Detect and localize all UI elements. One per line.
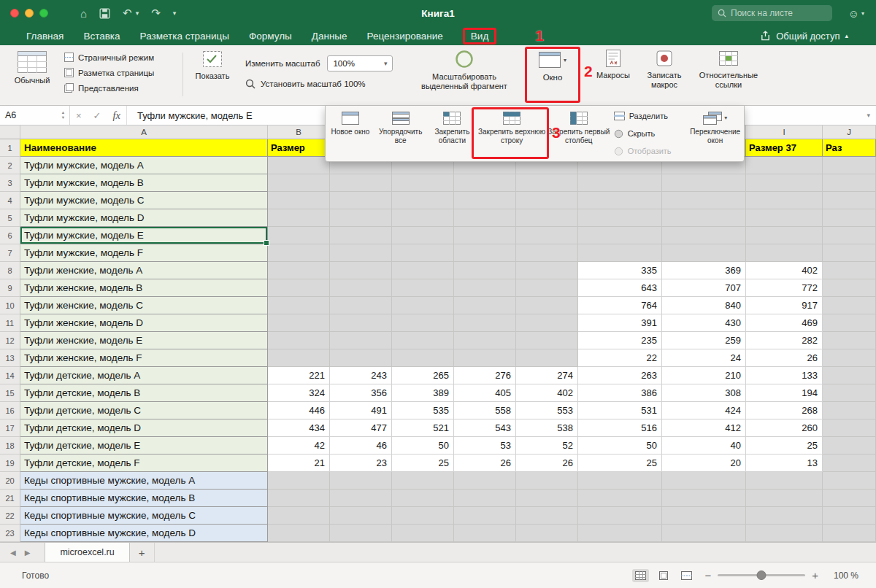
feedback-smiley-icon[interactable]: ☺ [848,7,859,20]
row-header-7[interactable]: 7 [0,244,20,262]
cell[interactable] [330,349,392,367]
cell[interactable] [823,192,876,209]
cell[interactable] [662,209,746,227]
toolbar-customize-icon[interactable]: ▾ [173,9,177,17]
cell[interactable] [823,384,876,402]
undo-dropdown-icon[interactable]: ▾ [136,9,139,17]
cell[interactable]: 405 [454,384,516,402]
cell[interactable] [823,314,876,332]
name-box[interactable]: A6 ▴▾ [0,106,70,125]
cell[interactable] [578,192,662,209]
cell[interactable]: 221 [268,367,330,384]
cell[interactable] [454,507,516,525]
cell[interactable] [268,157,330,174]
cell[interactable] [516,192,578,209]
row-header-11[interactable]: 11 [0,314,20,332]
cell[interactable] [392,525,454,542]
cell[interactable] [392,297,454,314]
cell[interactable]: 469 [746,314,823,332]
row-header-6[interactable]: 6 [0,227,20,244]
cell[interactable] [746,507,823,525]
cell[interactable] [268,525,330,542]
cell[interactable] [578,525,662,542]
cell-label[interactable]: Туфли мужские, модель A [20,157,268,174]
row-header-14[interactable]: 14 [0,367,20,384]
cell[interactable] [330,279,392,297]
column-header-J[interactable]: J [823,125,876,139]
cell[interactable] [578,490,662,507]
cell[interactable]: 53 [454,437,516,454]
cell-label[interactable]: Наименование [20,139,268,157]
row-header-13[interactable]: 13 [0,349,20,367]
cell[interactable] [823,419,876,437]
column-header-A[interactable]: A [20,125,268,139]
select-all-corner[interactable] [0,125,20,139]
cell-label[interactable]: Туфли детские, модель D [20,419,268,437]
cell[interactable] [516,349,578,367]
sheet-tab-next-icon[interactable]: ▶ [20,549,35,557]
cell[interactable]: 643 [578,279,662,297]
cell[interactable] [516,507,578,525]
redo-icon[interactable]: ↷ [151,7,161,20]
cell[interactable]: 430 [662,314,746,332]
cell[interactable]: 40 [662,437,746,454]
zoom-out-button[interactable]: − [704,570,711,581]
cell[interactable] [746,227,823,244]
cell[interactable] [330,262,392,279]
cell[interactable] [268,472,330,490]
cancel-icon[interactable]: × [76,110,82,121]
record-macro-button[interactable]: Записать макрос [641,50,688,89]
cell[interactable]: 210 [662,367,746,384]
cell[interactable] [823,262,876,279]
feedback-dropdown-icon[interactable]: ▾ [861,10,864,17]
normal-view-button[interactable]: Обычный [9,51,55,85]
cell[interactable]: 543 [454,419,516,437]
cell[interactable] [823,490,876,507]
cell[interactable] [516,227,578,244]
cell[interactable]: 917 [746,297,823,314]
cell[interactable] [823,367,876,384]
cell[interactable] [268,349,330,367]
cell[interactable]: 263 [578,367,662,384]
cell[interactable] [516,314,578,332]
cell[interactable]: 840 [662,297,746,314]
cell[interactable] [392,332,454,349]
cell[interactable]: 538 [516,419,578,437]
cell[interactable] [662,192,746,209]
cell[interactable]: 412 [662,419,746,437]
cell[interactable] [454,227,516,244]
custom-views-button[interactable]: Представления [64,83,154,93]
cell[interactable]: Размер 37 [746,139,823,157]
cell-label[interactable]: Туфли детские, модель B [20,384,268,402]
menu-item-switch-windows[interactable]: ▾ Переключение окон [688,108,742,159]
cell-label[interactable]: Кеды спортивные мужские, модель C [20,507,268,525]
cell[interactable] [268,490,330,507]
cell[interactable]: 389 [392,384,454,402]
cell[interactable]: 324 [268,384,330,402]
cell[interactable]: 243 [330,367,392,384]
cell[interactable]: 24 [662,349,746,367]
cell-label[interactable]: Туфли мужские, модель D [20,209,268,227]
cell[interactable]: 13 [746,454,823,472]
cell[interactable] [392,244,454,262]
cell[interactable] [746,525,823,542]
cell[interactable] [392,490,454,507]
fullscreen-window-icon[interactable] [39,9,48,18]
tab-page-layout[interactable]: Разметка страницы [140,31,229,42]
search-box[interactable] [712,5,832,21]
row-header-20[interactable]: 20 [0,472,20,490]
cell[interactable]: 42 [268,437,330,454]
cell[interactable] [330,209,392,227]
cell[interactable]: 50 [392,437,454,454]
tab-home[interactable]: Главная [26,31,64,42]
cell[interactable]: Раз [823,139,876,157]
set-zoom-100-button[interactable]: Установить масштаб 100% [245,79,366,89]
cell[interactable] [268,174,330,192]
insert-function-icon[interactable]: fx [113,109,120,122]
cell[interactable] [823,349,876,367]
cell[interactable]: 553 [516,402,578,419]
cell[interactable]: 274 [516,367,578,384]
sheet-tab-active[interactable]: microexcel.ru [45,543,129,562]
cell[interactable] [662,525,746,542]
cell[interactable] [454,525,516,542]
